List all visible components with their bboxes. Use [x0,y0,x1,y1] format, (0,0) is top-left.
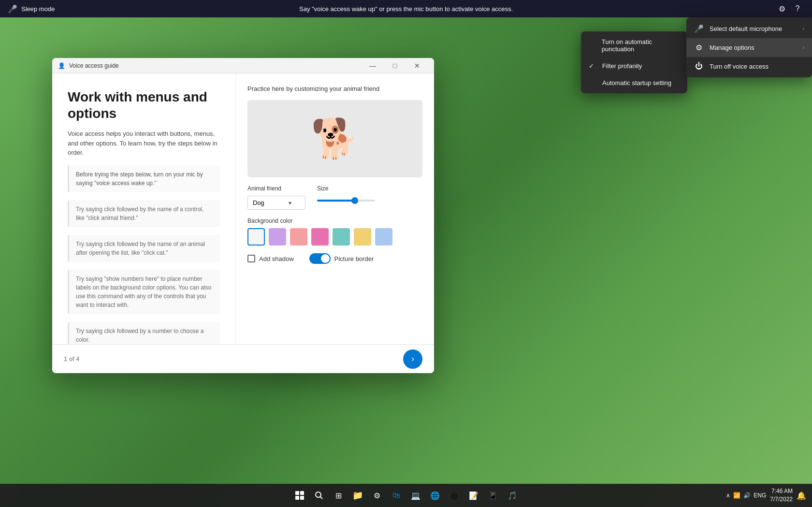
turn-off-voice-label: Turn off voice access [710,63,768,70]
options-row: Add shadow Picture border [247,253,422,264]
edge-button[interactable]: 🌐 [426,487,444,504]
power-icon: ⏻ [694,62,704,71]
sleep-mode-icon: 🎤 [8,4,17,14]
add-shadow-checkbox[interactable] [247,255,255,262]
add-shadow-option: Add shadow [247,255,294,262]
svg-rect-1 [300,491,304,495]
window-title-text: Voice access guide [69,62,119,69]
close-button[interactable]: ✕ [406,58,428,73]
filter-profanity-item[interactable]: ✓ Filter profanity [581,58,687,74]
search-button[interactable] [310,487,328,504]
slider-fill [317,200,355,202]
phone-link-button[interactable]: 📱 [484,487,502,504]
maximize-button[interactable]: □ [384,58,406,73]
color-palette [247,228,422,246]
auto-startup-item[interactable]: Automatic startup setting [581,74,687,91]
notification-icon[interactable]: 🔔 [797,491,806,500]
animal-value: Dog [253,199,264,206]
auto-punctuation-item[interactable]: Turn on automatic punctuation [581,33,687,58]
step-2: Try saying click followed by the name of… [68,235,220,262]
notes-button[interactable]: 📝 [465,487,482,504]
color-swatch-teal[interactable] [333,228,350,246]
page-indicator: 1 of 4 [64,355,80,362]
animal-preview: 🐕 [247,100,422,177]
window-footer: 1 of 4 › [52,344,434,373]
slider-thumb[interactable] [351,197,358,204]
sleep-mode-label: Sleep mode [21,5,55,13]
color-swatch-white[interactable] [247,228,265,246]
window-left-panel: Work with menus and options Voice access… [52,73,236,344]
bg-color-section: Background color [247,217,422,246]
dropdown-chevron-icon: ▾ [289,200,291,206]
voice-bar-controls: ⚙ ? [775,2,804,15]
picture-border-toggle[interactable] [309,253,331,264]
step-1: Try saying click followed by the name of… [68,200,220,227]
clock[interactable]: 7:46 AM 7/7/2022 [770,487,793,504]
voice-access-guide-window: 👤 Voice access guide — □ ✕ Work with men… [52,58,434,373]
color-swatch-light-blue[interactable] [375,228,392,246]
voice-access-bar: 🎤 Sleep mode Say "voice access wake up" … [0,0,812,17]
chrome-button[interactable]: ◎ [446,487,463,504]
next-page-button[interactable]: › [403,349,422,369]
chevron-right-icon: › [803,26,804,31]
settings-button[interactable]: ⚙ [368,487,386,504]
animal-dropdown[interactable]: Dog ▾ [247,196,305,210]
sound-icon[interactable]: 🔊 [743,492,751,499]
picture-border-label: Picture border [334,255,374,262]
settings-icon[interactable]: ⚙ [775,2,789,15]
manage-options-submenu: Turn on automatic punctuation ✓ Filter p… [581,31,687,93]
toggle-thumb [321,254,330,263]
animal-image: 🐕 [311,116,359,161]
auto-punctuation-label: Turn on automatic punctuation [602,38,680,53]
select-microphone-item[interactable]: 🎤 Select default microphone › [686,19,812,38]
voice-status-message: Say "voice access wake up" or press the … [299,5,513,13]
terminal-button[interactable]: 💻 [407,487,424,504]
network-icon[interactable]: 📶 [733,492,740,499]
color-swatch-pink[interactable] [290,228,307,246]
window-title: 👤 Voice access guide [58,62,119,69]
taskbar-system-tray: ∧ 📶 🔊 ENG [726,492,766,499]
start-button[interactable] [291,487,308,504]
store-button[interactable]: 🛍 [388,487,405,504]
date-display: 7/7/2022 [770,495,793,504]
time-display: 7:46 AM [770,487,793,495]
file-explorer-button[interactable]: 📁 [349,487,366,504]
widgets-button[interactable]: ⊞ [330,487,347,504]
filter-profanity-checkmark: ✓ [589,62,596,70]
size-label: Size [317,185,375,192]
window-body: Work with menus and options Voice access… [52,73,434,344]
step-4: Try saying click followed by a number to… [68,322,220,344]
guide-main-heading: Work with menus and options [68,89,220,121]
chevron-up-icon[interactable]: ∧ [726,492,730,499]
minimize-button[interactable]: — [362,58,384,73]
color-swatch-yellow[interactable] [354,228,371,246]
taskbar: ⊞ 📁 ⚙ 🛍 💻 🌐 ◎ 📝 📱 🎵 ∧ 📶 🔊 ENG 7:46 AM 7/… [0,484,812,507]
color-swatch-purple[interactable] [269,228,286,246]
animal-label: Animal friend [247,185,305,192]
filter-profanity-label: Filter profanity [602,62,642,70]
controls-row: Animal friend Dog ▾ Size [247,185,422,210]
window-titlebar: 👤 Voice access guide — □ ✕ [52,58,434,73]
svg-line-5 [320,497,323,499]
window-title-icon: 👤 [58,62,65,69]
color-swatch-hot-pink[interactable] [311,228,329,246]
slider-track[interactable] [317,200,375,202]
picture-border-option: Picture border [309,253,374,264]
music-button[interactable]: 🎵 [504,487,521,504]
size-slider [317,196,375,202]
bg-color-label: Background color [247,217,422,224]
manage-options-item[interactable]: ⚙ Manage options › [686,38,812,57]
practice-title: Practice here by customizing your animal… [247,85,422,92]
animal-friend-control: Animal friend Dog ▾ [247,185,305,210]
step-intro: Before trying the steps below, turn on y… [68,165,220,192]
svg-point-4 [316,492,321,497]
select-microphone-label: Select default microphone [710,25,782,32]
language-indicator[interactable]: ENG [754,492,766,499]
auto-startup-label: Automatic startup setting [602,79,671,87]
window-right-panel: Practice here by customizing your animal… [236,73,434,344]
turn-off-voice-item[interactable]: ⏻ Turn off voice access [686,57,812,75]
help-icon[interactable]: ? [791,2,804,15]
taskbar-center: ⊞ 📁 ⚙ 🛍 💻 🌐 ◎ 📝 📱 🎵 [291,487,521,504]
add-shadow-label: Add shadow [259,255,294,262]
guide-description: Voice access helps you interact with but… [68,129,220,158]
